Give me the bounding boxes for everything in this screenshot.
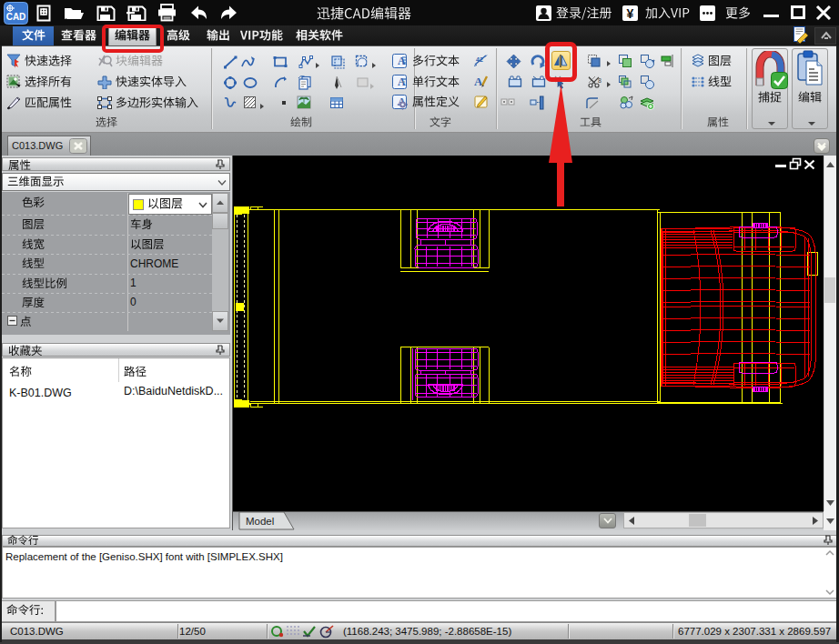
svg-text:A: A: [474, 75, 483, 88]
svg-text:Model: Model: [246, 516, 274, 527]
svg-text:42: 42: [476, 56, 483, 63]
svg-text:CAD: CAD: [6, 12, 26, 22]
svg-text:¥: ¥: [627, 6, 634, 21]
svg-text:A: A: [398, 55, 406, 67]
svg-text:8: 8: [598, 77, 601, 84]
